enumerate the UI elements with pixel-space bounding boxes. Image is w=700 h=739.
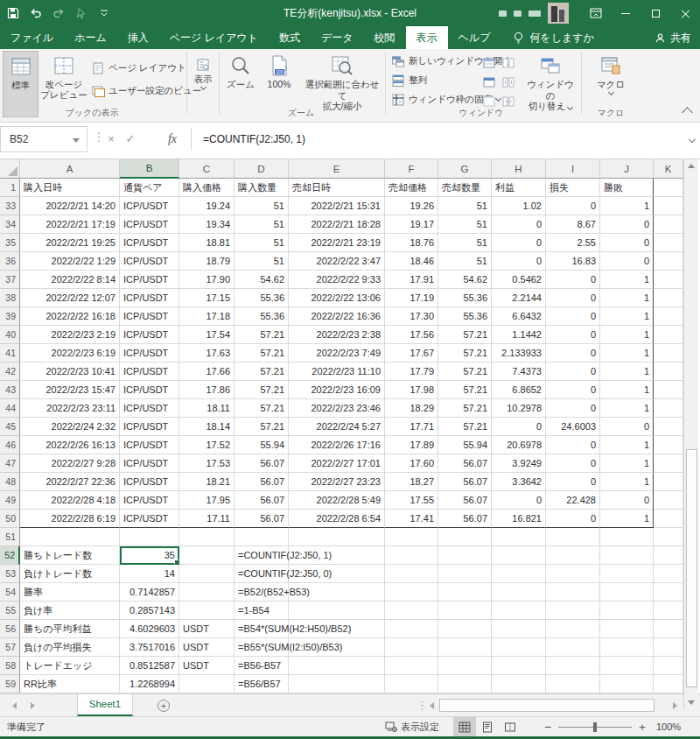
name-box[interactable]: B52 [0,126,88,152]
cell-I51[interactable] [546,528,600,546]
normal-view-toggle[interactable] [453,717,476,736]
cell-F57[interactable] [385,638,438,657]
cell-F35[interactable]: 18.76 [385,234,438,252]
cell-E49[interactable]: 2022/2/28 5:49 [289,491,385,510]
cell-I36[interactable]: 16.83 [546,252,600,271]
cell-K37[interactable] [654,271,683,289]
cell-K55[interactable] [654,602,683,620]
cell-B35[interactable]: ICP/USDT [120,234,179,252]
cell-C53[interactable] [179,565,234,583]
row-header-43[interactable]: 43 [0,381,20,399]
cell-B42[interactable]: ICP/USDT [120,362,179,381]
cell-G37[interactable]: 54.62 [438,271,492,289]
cell-H38[interactable]: 2.2144 [492,289,546,307]
cell-F38[interactable]: 17.19 [385,289,438,307]
ribbon-tab-3[interactable]: 挿入 [117,26,159,49]
ribbon-tab-9[interactable]: ヘルプ [448,26,501,49]
cell-D37[interactable]: 54.62 [234,271,289,289]
cell-I42[interactable]: 0 [546,362,600,381]
column-header-G[interactable]: G [438,159,492,179]
close-button[interactable] [670,0,700,26]
cell-G52[interactable] [438,546,492,565]
confirm-entry-icon[interactable]: ✓ [121,126,140,152]
cell-A38[interactable]: 2022/2/22 12:07 [20,289,120,307]
cell-J43[interactable]: 1 [600,381,654,399]
cell-C59[interactable] [179,675,234,693]
column-header-F[interactable]: F [385,159,438,179]
synchronous-scrolling-button[interactable] [501,75,515,89]
hide-window-button[interactable] [482,75,496,89]
avatar[interactable] [548,3,569,24]
cell-K33[interactable] [654,197,683,215]
cell-K42[interactable] [654,362,683,381]
cell-B56[interactable]: 4.6029603 [120,620,179,638]
cell-F59[interactable] [385,675,438,693]
cell-J45[interactable]: 0 [600,418,654,436]
cell-H34[interactable]: 0 [492,215,546,234]
cell-C48[interactable]: 18.21 [179,473,234,491]
cell-D48[interactable]: 56.07 [234,473,289,491]
cell-B59[interactable]: 1.2268994 [120,675,179,693]
cell-I57[interactable] [546,638,600,657]
cell-G46[interactable]: 55.94 [438,436,492,454]
cell-F50[interactable]: 17.41 [385,510,438,528]
zoom-in-icon[interactable]: + [639,721,646,734]
ribbon-tab-2[interactable]: ホーム [64,26,117,49]
cell-J51[interactable] [600,528,654,546]
cell-B53[interactable]: 14 [120,565,179,583]
custom-views-button[interactable]: ユーザー設定のビュー [91,84,201,98]
cell-H41[interactable]: 2.133933 [492,344,546,362]
cell-I37[interactable]: 0 [546,271,600,289]
cell-K34[interactable] [654,215,683,234]
cell-I43[interactable]: 0 [546,381,600,399]
cell-C34[interactable]: 19.34 [179,215,234,234]
cell-D33[interactable]: 51 [234,197,289,215]
cell-H52[interactable] [492,546,546,565]
cell-D59[interactable]: =B56/B57 [234,675,289,693]
cell-D39[interactable]: 55.36 [234,307,289,326]
row-header-58[interactable]: 58 [0,657,20,675]
cell-F54[interactable] [385,583,438,602]
cell-H35[interactable]: 0 [492,234,546,252]
cell-D56[interactable]: =B54*(SUM(H2:H50)/B52) [234,620,289,638]
cell-E1[interactable]: 売却日時 [289,179,385,197]
cell-A42[interactable]: 2022/2/23 10:41 [20,362,120,381]
cell-K1[interactable] [654,179,683,197]
row-header-44[interactable]: 44 [0,399,20,418]
cell-G47[interactable]: 56.07 [438,454,492,473]
column-header-E[interactable]: E [289,159,385,179]
cell-H59[interactable] [492,675,546,693]
cell-J47[interactable]: 1 [600,454,654,473]
cell-H42[interactable]: 7.4373 [492,362,546,381]
cell-J39[interactable]: 1 [600,307,654,326]
cell-A56[interactable]: 勝ちの平均利益 [20,620,120,638]
cell-B54[interactable]: 0.7142857 [120,583,179,602]
cell-D57[interactable]: =B55*(SUM(I2:I50)/B53) [234,638,289,657]
maximize-button[interactable] [640,0,670,26]
cell-I45[interactable]: 24.6003 [546,418,600,436]
row-header-45[interactable]: 45 [0,418,20,436]
cell-A34[interactable]: 2022/2/21 17:19 [20,215,120,234]
cell-F48[interactable]: 18.27 [385,473,438,491]
cell-I35[interactable]: 2.55 [546,234,600,252]
cell-G44[interactable]: 57.21 [438,399,492,418]
cell-H39[interactable]: 6.6432 [492,307,546,326]
cell-A33[interactable]: 2022/2/21 14:20 [20,197,120,215]
cell-I1[interactable]: 損失 [546,179,600,197]
cell-F47[interactable]: 17.60 [385,454,438,473]
cell-C57[interactable]: USDT [179,638,234,657]
cell-I58[interactable] [546,657,600,675]
row-header-39[interactable]: 39 [0,307,20,326]
cell-J58[interactable] [600,657,654,675]
cell-G51[interactable] [438,528,492,546]
row-header-33[interactable]: 33 [0,197,20,215]
cell-D38[interactable]: 55.36 [234,289,289,307]
cell-B33[interactable]: ICP/USDT [120,197,179,215]
cell-G50[interactable]: 56.07 [438,510,492,528]
cell-E40[interactable]: 2022/2/23 2:38 [289,326,385,344]
scroll-up-icon[interactable] [684,159,698,172]
cell-D52[interactable]: =COUNTIF(J2:J50, 1) [234,546,289,565]
ribbon-tab-8[interactable]: 表示 [406,26,448,49]
cell-G58[interactable] [438,657,492,675]
cell-E35[interactable]: 2022/2/21 23:19 [289,234,385,252]
